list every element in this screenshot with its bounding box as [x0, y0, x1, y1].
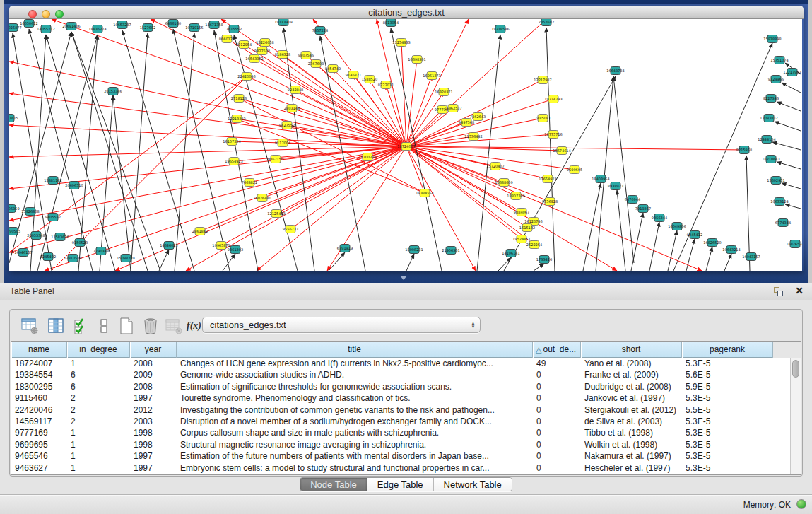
table-row[interactable]: 946554611997Estimation of the future num… [11, 450, 801, 462]
table-cell[interactable]: Corpus callosum shape and size in male p… [177, 427, 533, 438]
trash-icon[interactable] [141, 317, 160, 335]
table-cell[interactable]: 1997 [130, 392, 177, 404]
network-window[interactable]: citations_edges.txt 19025877160506121405… [9, 6, 804, 271]
table-cell[interactable]: 9465546 [11, 450, 67, 462]
table-cell[interactable]: Changes of HCN gene expression and I(f) … [177, 358, 533, 369]
table-cell[interactable]: 0 [533, 369, 581, 380]
column-header-name[interactable]: name [11, 342, 67, 358]
table-cell[interactable]: Hescheler et al. (1997) [581, 462, 682, 474]
table-cell[interactable]: Jankovic et al. (1997) [581, 392, 682, 404]
table-cell[interactable]: 5.3E-5 [682, 392, 773, 404]
table-row[interactable]: 969969511998Structural magnetic resonanc… [11, 439, 801, 450]
table-cell[interactable]: 0 [533, 427, 581, 438]
table-cell[interactable]: 22420046 [11, 404, 67, 416]
rows-icon[interactable] [95, 317, 113, 335]
column-header-in_degree[interactable]: in_degree [67, 342, 130, 358]
table-cell[interactable]: Estimation of the future numbers of pati… [177, 450, 533, 462]
table-cell[interactable]: 1 [67, 462, 130, 474]
table-cell[interactable]: 5.3E-5 [682, 358, 773, 369]
table-row[interactable]: 1938455462009Genome-wide association stu… [11, 369, 801, 380]
splitter-handle-icon[interactable] [400, 276, 407, 280]
table-row[interactable]: 977716911998Corpus callosum shape and si… [11, 427, 801, 438]
table-cell[interactable]: 49 [533, 358, 581, 369]
table-cell[interactable]: Franke et al. (2009) [581, 369, 682, 380]
scrollbar-thumb[interactable] [792, 360, 799, 378]
table-cell[interactable]: Tourette syndrome. Phenomenology and cla… [177, 392, 533, 404]
table-scrollbar[interactable] [790, 358, 801, 474]
table-settings-icon[interactable] [20, 317, 39, 335]
table-cell[interactable]: 5.3E-5 [682, 427, 773, 438]
table-row[interactable]: 2242004622012Investigating the contribut… [11, 404, 801, 416]
table-row[interactable]: 1456911722003Disruption of a novel membe… [11, 416, 801, 427]
network-canvas-svg[interactable]: 1902587716050612140557122069140618835274… [9, 19, 802, 271]
table-cell[interactable]: 1998 [130, 439, 177, 450]
column-header-pagerank[interactable]: pagerank [682, 342, 773, 358]
table-cell[interactable]: 9463627 [11, 462, 67, 474]
table-cell[interactable]: 18300295 [11, 381, 67, 392]
table-cell[interactable]: 0 [533, 462, 581, 474]
table-cell[interactable]: 1 [67, 450, 130, 462]
table-cell[interactable]: 0 [533, 450, 581, 462]
table-cell[interactable]: Yano et al. (2008) [581, 358, 682, 369]
table-cell[interactable]: Structural magnetic resonance image aver… [177, 439, 533, 450]
column-header-title[interactable]: title [177, 342, 533, 358]
table-cell[interactable]: 2 [67, 404, 130, 416]
table-cell[interactable]: 19384554 [11, 369, 67, 380]
network-window-titlebar[interactable]: citations_edges.txt [9, 6, 804, 19]
table-cell[interactable]: 5.5E-5 [682, 404, 773, 416]
table-cell[interactable]: 2003 [130, 416, 177, 427]
table-cell[interactable]: 1997 [130, 462, 177, 474]
table-row[interactable]: 1872400712008Changes of HCN gene express… [11, 358, 801, 369]
table-cell[interactable]: 1998 [130, 427, 177, 438]
table-cell[interactable]: 2008 [130, 358, 177, 369]
tab-node-table[interactable]: Node Table [300, 478, 367, 491]
table-row[interactable]: 911546021997Tourette syndrome. Phenomeno… [11, 392, 801, 404]
table-cell[interactable]: 5.3E-5 [682, 416, 773, 427]
table-cell[interactable]: Genome-wide association studies in ADHD. [177, 369, 533, 380]
table-cell[interactable]: 2009 [130, 369, 177, 380]
network-canvas[interactable]: 1902587716050612140557122069140618835274… [9, 19, 802, 271]
tab-edge-table[interactable]: Edge Table [367, 478, 434, 491]
table-cell[interactable]: 14569117 [11, 416, 67, 427]
table-cell[interactable]: 5.3E-5 [682, 462, 773, 474]
select-column-icon[interactable] [47, 317, 65, 335]
table-cell[interactable]: Tibbo et al. (1998) [581, 427, 682, 438]
table-cell[interactable]: 9699695 [11, 439, 67, 450]
table-cell[interactable]: 2012 [130, 404, 177, 416]
table-cell[interactable]: Embryonic stem cells: a model to study s… [177, 462, 533, 474]
table-cell[interactable]: Disruption of a novel member of a sodium… [177, 416, 533, 427]
table-cell[interactable]: 0 [533, 439, 581, 450]
new-file-icon[interactable] [117, 317, 136, 335]
table-cell[interactable]: 0 [533, 404, 581, 416]
table-cell[interactable]: 6 [67, 369, 130, 380]
table-cell[interactable]: 1 [67, 358, 130, 369]
table-row[interactable]: 946362711997Embryonic stem cells: a mode… [11, 462, 801, 474]
table-cell[interactable]: 5.3E-5 [682, 439, 773, 450]
table-cell[interactable]: 5.3E-5 [682, 450, 773, 462]
table-cell[interactable]: 0 [533, 381, 581, 392]
table-cell[interactable]: 9777169 [11, 427, 67, 438]
table-cell[interactable]: Nakamura et al. (1997) [581, 450, 682, 462]
tab-network-table[interactable]: Network Table [434, 478, 512, 491]
table-cell[interactable]: 18724007 [11, 358, 67, 369]
row-check-icon[interactable] [72, 317, 90, 335]
table-row[interactable]: 1830029562008Estimation of significance … [11, 381, 801, 392]
table-cell[interactable]: Investigating the contribution of common… [177, 404, 533, 416]
column-header-short[interactable]: short [581, 342, 682, 358]
table-cell[interactable]: 6 [67, 381, 130, 392]
table-cell[interactable]: 1 [67, 439, 130, 450]
table-cell[interactable]: Stergiakouli et al. (2012) [581, 404, 682, 416]
table-cell[interactable]: Dudbridge et al. (2008) [581, 381, 682, 392]
table-cell[interactable]: Estimation of significance thresholds fo… [177, 381, 533, 392]
column-header-year[interactable]: year [130, 342, 177, 358]
table-cell[interactable]: 2 [67, 392, 130, 404]
float-panel-icon[interactable] [774, 287, 784, 297]
table-cell[interactable]: de Silva et al. (2003) [581, 416, 682, 427]
table-cell[interactable]: 1 [67, 427, 130, 438]
table-cell[interactable]: 2008 [130, 381, 177, 392]
table-cell[interactable]: 9115460 [11, 392, 67, 404]
table-cell[interactable]: 1997 [130, 450, 177, 462]
table-cell[interactable]: 5.6E-5 [682, 369, 773, 380]
table-cell[interactable]: 2 [67, 416, 130, 427]
close-panel-icon[interactable]: ✕ [795, 285, 804, 296]
